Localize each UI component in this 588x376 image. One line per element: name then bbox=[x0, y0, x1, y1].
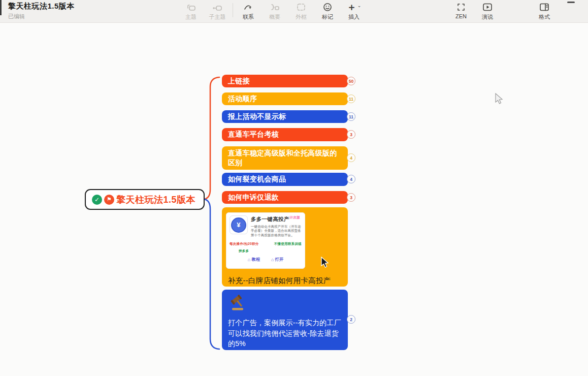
mindmap-canvas[interactable]: ✓ ⚑ 擎天柱玩法1.5版本 上链接 活动顺序 报上活动不显示标 直通车平台考核… bbox=[0, 23, 588, 376]
smiley-marker-icon bbox=[322, 2, 333, 12]
top-toolbar: 擎天柱玩法1.5版本 已编辑 主题 子主题 联系 概要 bbox=[0, 0, 588, 23]
branch-label: 如何裂变机会商品 bbox=[228, 175, 286, 184]
boundary-icon bbox=[296, 2, 306, 12]
branch-topic[interactable]: 活动顺序 bbox=[222, 92, 348, 105]
document-title: 擎天柱玩法1.5版本 bbox=[8, 2, 75, 11]
branch-label: 如何申诉仅退款 bbox=[228, 193, 279, 202]
format-panel-button[interactable]: 格式 bbox=[531, 2, 558, 21]
insert-button[interactable]: ＋⌄ 插入 bbox=[341, 2, 367, 21]
format-panel-icon bbox=[539, 2, 550, 12]
central-topic-label: 擎天柱玩法1.5版本 bbox=[116, 194, 195, 206]
count-badge[interactable]: 2 bbox=[347, 315, 355, 324]
relationship-button[interactable]: 联系 bbox=[235, 2, 262, 21]
branch-label: 直通车平台考核 bbox=[228, 130, 279, 139]
branch-topic[interactable]: 如何裂变机会商品 bbox=[222, 173, 348, 186]
home-icon: ⌂ bbox=[271, 257, 274, 262]
ad-branch-label: 打个广告，案例展示--有实力的工厂可以找我们纯佣代运营收-除去退货的5% bbox=[228, 318, 342, 349]
subtopic-icon bbox=[211, 2, 223, 12]
document-status: 已编辑 bbox=[8, 13, 75, 20]
present-button[interactable]: 演说 bbox=[474, 2, 501, 21]
branch-topic-ad[interactable]: 打个广告，案例展示--有实力的工厂可以找我们纯佣代运营收-除去退货的5% bbox=[222, 290, 348, 350]
embed-app-description: 一键自动化卡高投产开车（开车老手必看）全景版，适合出高投型各第十个高投版价格类似… bbox=[251, 225, 302, 238]
embed-cost-note: 每次操作/扣20积分 bbox=[230, 242, 259, 246]
branch-label: 报上活动不显示标 bbox=[228, 112, 286, 121]
zen-brackets-icon bbox=[455, 2, 467, 12]
count-badge[interactable]: 4 bbox=[347, 175, 355, 183]
summary-icon bbox=[269, 2, 281, 12]
insert-plus-icon: ＋⌄ bbox=[347, 2, 362, 12]
task-done-check-icon[interactable]: ✓ bbox=[92, 195, 102, 205]
topic-icon bbox=[185, 2, 197, 12]
document-meta: 擎天柱玩法1.5版本 已编辑 bbox=[8, 2, 75, 20]
toolbar-left-group: 主题 子主题 联系 概要 外框 bbox=[178, 2, 367, 21]
toolbar-format-group: 格式 bbox=[531, 2, 558, 21]
branch-label: 活动顺序 bbox=[228, 95, 257, 104]
window-edge bbox=[0, 0, 2, 15]
relationship-icon bbox=[243, 2, 254, 12]
branch-topic[interactable]: 直通车稳定高级版和全托高级版的区别 bbox=[222, 146, 348, 170]
topic-button[interactable]: 主题 bbox=[178, 2, 204, 21]
yuan-recycle-icon: ¥ bbox=[231, 217, 246, 233]
boundary-button[interactable]: 外框 bbox=[288, 2, 314, 21]
branch-topic[interactable]: 报上活动不显示标 bbox=[222, 110, 348, 123]
card-branch-label: 补充--白牌店铺如何用卡高投产 bbox=[228, 276, 344, 286]
app-icon-frame: ¥ bbox=[230, 215, 248, 234]
toolbar-separator bbox=[233, 3, 233, 17]
central-topic[interactable]: ✓ ⚑ 擎天柱玩法1.5版本 bbox=[85, 189, 205, 210]
window-minimize-dash[interactable] bbox=[567, 2, 575, 3]
count-badge[interactable]: 4 bbox=[347, 153, 355, 162]
count-badge[interactable]: 11 bbox=[347, 112, 355, 121]
gavel-icon bbox=[228, 294, 248, 312]
count-badge[interactable]: 3 bbox=[347, 193, 355, 202]
toolbar-right-group: ZEN 演说 bbox=[448, 2, 501, 21]
flag-marker-icon[interactable]: ⚑ bbox=[104, 195, 114, 205]
home-icon: ⌂ bbox=[248, 257, 251, 262]
marker-button[interactable]: 标记 bbox=[314, 2, 341, 21]
branch-topic[interactable]: 如何申诉仅退款 bbox=[222, 191, 348, 204]
embed-app-title: 多多一键高投产计次版 bbox=[251, 215, 302, 223]
branch-label: 上链接 bbox=[228, 77, 250, 86]
play-presentation-icon bbox=[482, 2, 493, 12]
count-badge[interactable]: 50 bbox=[347, 77, 355, 85]
subtopic-button[interactable]: 子主题 bbox=[204, 2, 231, 21]
count-badge[interactable]: 11 bbox=[347, 95, 355, 103]
embed-help-note: 不懂使用联系训练 bbox=[274, 242, 302, 246]
embed-tutorial-button[interactable]: ⌂教程 bbox=[248, 257, 260, 262]
branch-topic-with-image[interactable]: ¥ 多多一键高投产计次版 一键自动化卡高投产开车（开车老手必看）全景版，适合出高… bbox=[222, 207, 348, 287]
embedded-app-screenshot: ¥ 多多一键高投产计次版 一键自动化卡高投产开车（开车老手必看）全景版，适合出高… bbox=[226, 212, 305, 269]
branch-label: 直通车稳定高级版和全托高级版的区别 bbox=[228, 148, 342, 168]
ghost-cursor bbox=[494, 93, 504, 105]
embed-platform-label: 拼多多 bbox=[239, 249, 302, 254]
branch-topic[interactable]: 直通车平台考核 bbox=[222, 128, 348, 141]
embed-open-button[interactable]: ⌂打开 bbox=[271, 257, 283, 262]
embed-app-tag: 计次版 bbox=[290, 215, 300, 219]
summary-button[interactable]: 概要 bbox=[262, 2, 288, 21]
count-badge[interactable]: 3 bbox=[347, 130, 355, 139]
zen-mode-button[interactable]: ZEN bbox=[448, 2, 474, 19]
branch-topic[interactable]: 上链接 bbox=[222, 75, 348, 87]
